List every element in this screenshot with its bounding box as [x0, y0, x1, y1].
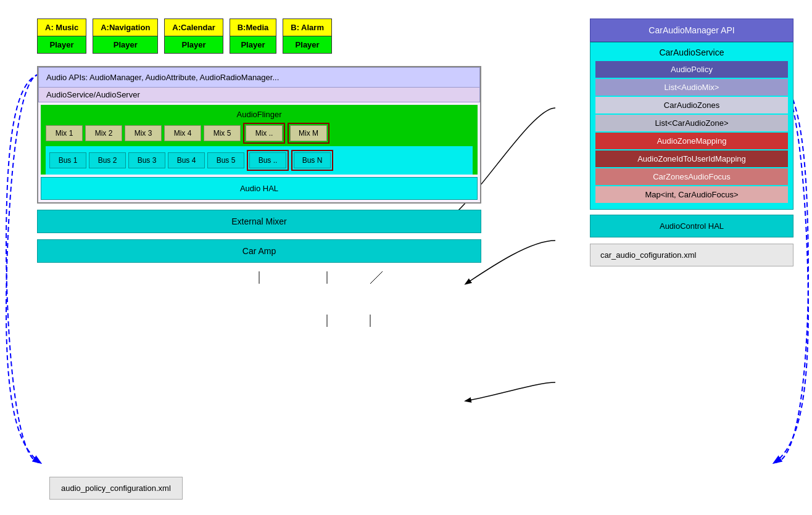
car-audio-manager-api: CarAudioManager API — [590, 19, 793, 42]
bus-5: Bus 5 — [207, 152, 244, 168]
car-zones-audio-focus-box: CarZonesAudioFocus — [595, 168, 788, 185]
app-music: A: Music Player — [37, 19, 86, 54]
app-media-player: Player — [230, 36, 276, 53]
bus-group-n: Bus N — [291, 150, 333, 171]
list-car-audio-zone-box: List<CarAudioZone> — [595, 115, 788, 131]
audio-hal: Audio HAL — [41, 177, 478, 200]
mix-4: Mix 4 — [164, 125, 201, 141]
external-mixer: External Mixer — [37, 210, 481, 233]
audio-control-hal: AudioControl HAL — [590, 215, 793, 237]
app-alarm: B: Alarm Player — [283, 19, 332, 54]
app-navigation-player: Player — [93, 36, 157, 53]
mix-1: Mix 1 — [46, 125, 83, 141]
mix-2: Mix 2 — [85, 125, 122, 141]
bus-area: Bus 1 Bus 2 Bus 3 Bus 4 Bus 5 Bus .. Bus… — [46, 146, 473, 175]
app-calendar: A:Calendar Player — [164, 19, 223, 54]
car-audio-zones-box: CarAudioZones — [595, 97, 788, 113]
bus-n: Bus N — [294, 152, 331, 168]
app-alarm-label: B: Alarm — [283, 19, 331, 36]
list-audio-mix-box: List<AudioMix> — [595, 79, 788, 96]
mix-group-m: Mix M — [288, 123, 329, 144]
car-audio-service-label: CarAudioService — [595, 47, 788, 57]
audio-flinger-area: AudioFlinger Mix 1 Mix 2 Mix 3 Mix 4 Mix… — [41, 105, 478, 175]
app-media: B:Media Player — [230, 19, 277, 54]
audio-policy-box: AudioPolicy — [595, 61, 788, 78]
right-panel: CarAudioManager API CarAudioService Audi… — [590, 19, 793, 266]
mix-group-dotted: Mix .. — [243, 123, 285, 144]
diagram-container: A: Music Player A:Navigation Player A:Ca… — [0, 0, 812, 515]
mix-5: Mix 5 — [204, 125, 241, 141]
app-calendar-label: A:Calendar — [165, 19, 222, 36]
car-audio-service-outer: CarAudioService AudioPolicy List<AudioMi… — [590, 42, 793, 210]
audio-apis-bar: Audio APIs: AudioManager, AudioAttribute… — [38, 67, 480, 88]
left-panel: A: Music Player A:Navigation Player A:Ca… — [37, 19, 481, 263]
app-row: A: Music Player A:Navigation Player A:Ca… — [37, 19, 481, 54]
audio-flinger-label: AudioFlinger — [46, 110, 473, 119]
bus-dotdot: Bus .. — [249, 152, 286, 168]
app-alarm-player: Player — [283, 36, 331, 53]
mix-m: Mix M — [290, 125, 327, 141]
app-music-label: A: Music — [38, 19, 86, 36]
car-amp: Car Amp — [37, 239, 481, 263]
app-navigation-label: A:Navigation — [93, 19, 157, 36]
app-music-player: Player — [38, 36, 86, 53]
app-navigation: A:Navigation Player — [93, 19, 158, 54]
bus-2: Bus 2 — [89, 152, 126, 168]
bus-row: Bus 1 Bus 2 Bus 3 Bus 4 Bus 5 Bus .. Bus… — [49, 150, 469, 171]
audio-service-box: Audio APIs: AudioManager, AudioAttribute… — [37, 66, 481, 204]
xml-right-box: car_audio_cofiguration.xml — [590, 244, 793, 266]
mix-dotdot: Mix .. — [246, 125, 283, 141]
map-car-audio-focus-box: Map<int, CarAudioFocus> — [595, 186, 788, 203]
xml-right-label: car_audio_cofiguration.xml — [600, 250, 696, 260]
app-calendar-player: Player — [165, 36, 222, 53]
xml-left-box: audio_policy_configuration.xml — [49, 477, 183, 500]
mix-3: Mix 3 — [125, 125, 162, 141]
bus-4: Bus 4 — [168, 152, 205, 168]
mix-row: Mix 1 Mix 2 Mix 3 Mix 4 Mix 5 Mix .. Mix… — [46, 123, 473, 144]
xml-left-label: audio_policy_configuration.xml — [61, 484, 171, 493]
bus-3: Bus 3 — [128, 152, 165, 168]
audio-server-label: AudioService/AudioServer — [38, 88, 480, 102]
audio-zone-id-mapping-box: AudioZoneIdToUserIdMapping — [595, 150, 788, 167]
audio-zone-mapping-box: AudioZoneMapping — [595, 133, 788, 149]
bus-group-dotted: Bus .. — [247, 150, 289, 171]
app-media-label: B:Media — [230, 19, 276, 36]
bus-1: Bus 1 — [49, 152, 86, 168]
svg-line-7 — [370, 271, 383, 284]
